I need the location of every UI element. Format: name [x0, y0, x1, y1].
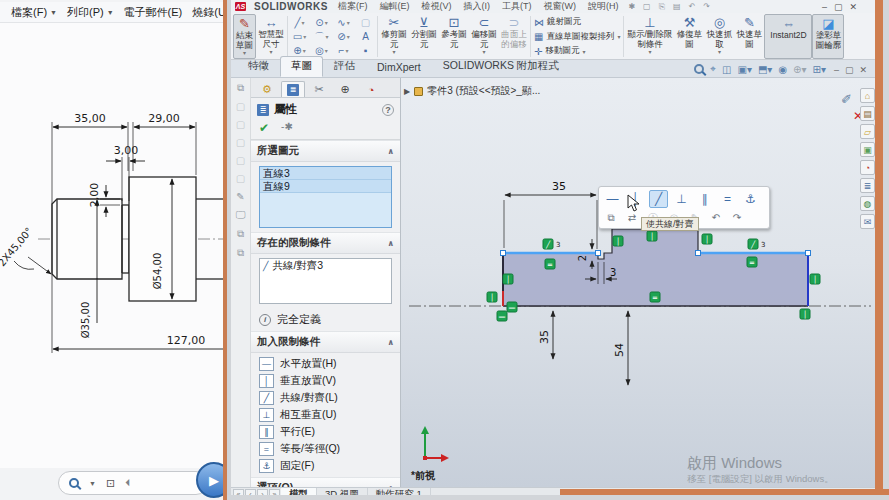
sketch-dim-35-vert[interactable]: 35	[538, 330, 551, 344]
sketch-canvas[interactable]: 35 2 3 35 54	[401, 78, 875, 487]
ctx-select-other-icon[interactable]: ⧉	[603, 210, 619, 225]
graphics-viewport[interactable]: ▶ 零件3 (預設<<預設>_顯... ✐ ✕ ⌂ ▤ ▱ ▣ ◔ ≣	[401, 78, 875, 487]
shaded-sketch-contours-button[interactable]: ◪ 塗彩草圖輪廓	[812, 14, 844, 59]
resources-globe-icon[interactable]: ◍	[860, 196, 875, 211]
ellipse-tool[interactable]: ⊘▾	[333, 30, 354, 43]
view-palette-icon[interactable]: ▣	[860, 142, 875, 157]
relation-perpendicular-button[interactable]: ⊥ 相互垂直(U)	[251, 406, 400, 423]
list-item[interactable]: 直線3	[260, 167, 391, 180]
linear-sketch-pattern-button[interactable]: ▦ 直線草圖複製排列▾	[534, 31, 620, 43]
ctx-parallel-icon[interactable]: ∥	[695, 190, 714, 208]
pm-tab-properties-icon[interactable]: ≣	[281, 81, 305, 97]
surface-tool[interactable]: ▢	[355, 16, 376, 29]
mirror-entities-button[interactable]: ⋈ 鏡射圖元	[534, 16, 620, 28]
text-tool[interactable]: A	[355, 30, 376, 43]
section-selected-entities[interactable]: 所選圖元∧	[251, 140, 400, 162]
pm-tab-dimxpert-icon[interactable]: ⊕	[333, 81, 357, 97]
appearance-icon[interactable]: ⊕▾	[793, 64, 806, 75]
app-minimize-button[interactable]: –	[822, 2, 827, 12]
print-icon[interactable]: ▤	[673, 2, 681, 11]
menu-sw-help[interactable]: 說明(H)	[586, 0, 621, 13]
line-tool[interactable]: ╱▾	[289, 16, 310, 29]
relation-parallel-button[interactable]: ∥ 平行(E)	[251, 423, 400, 440]
undo-icon[interactable]: ↶	[689, 2, 696, 11]
section-add-relations[interactable]: 加入限制條件∧	[251, 331, 400, 353]
rapid-sketch-button[interactable]: ✎ 快速草圖	[734, 14, 764, 59]
offset-entities-button[interactable]: ⊂ 偏移圖元▾	[469, 14, 499, 59]
list-item[interactable]: 直線9	[260, 180, 391, 193]
pm-tab-appearance-icon[interactable]: ◔	[359, 81, 383, 97]
sketch-dim-35-top[interactable]: 35	[552, 180, 566, 193]
tab-features[interactable]: 特徵	[237, 56, 280, 77]
menu-print[interactable]: 列印(P)▼	[64, 3, 117, 22]
doc-close-button[interactable]: ✕	[859, 65, 867, 75]
sketch-dim-2[interactable]: 2	[577, 255, 588, 261]
relation-equal-button[interactable]: = 等長/等徑(Q)	[251, 440, 400, 457]
split-entities-button[interactable]: ⊻ 分割圖元	[409, 14, 439, 59]
quick-snaps-button[interactable]: ◎ 快速抓取▾	[704, 14, 734, 59]
copy-icon[interactable]: ⧉	[237, 247, 244, 259]
pm-tab-configuration-icon[interactable]: ✂	[307, 81, 331, 97]
zoom-area-icon[interactable]: ⌖	[710, 63, 716, 75]
tab-addins[interactable]: SOLIDWORKS 附加程式	[432, 56, 570, 77]
copy-icon[interactable]: ⧉	[237, 228, 244, 240]
zoom-fit-icon[interactable]	[694, 64, 704, 74]
redo-icon[interactable]: ↷	[703, 2, 710, 11]
sketch-pencil-icon[interactable]: ✎	[236, 191, 244, 202]
previous-image-icon[interactable]: ⏴	[125, 477, 130, 489]
menu-burn[interactable]: 燒錄(U)▼	[189, 3, 227, 22]
list-item[interactable]: ╱ 共線/對齊3	[260, 259, 391, 273]
tab-sketch[interactable]: 草圖	[280, 56, 323, 77]
section-options[interactable]: 選項(O)∧	[251, 477, 400, 487]
display-pane-icon[interactable]: 🖵	[236, 209, 246, 221]
ctx-perpendicular-icon[interactable]: ⊥	[672, 190, 691, 208]
zoom-dropdown-chevron-icon[interactable]: ▼	[89, 480, 96, 487]
ctx-swap-icon[interactable]: ⇄	[624, 210, 640, 225]
spline-tool[interactable]: ∿▾	[333, 16, 354, 29]
offset-on-surface-button[interactable]: ⊃ 曲面上的偏移	[499, 14, 529, 59]
scene-settings-icon[interactable]: ⊞▾	[813, 64, 826, 75]
slideshow-play-button[interactable]: ▶	[196, 462, 227, 498]
exit-sketch-corner-icon[interactable]: ✐	[841, 92, 852, 107]
repair-sketch-button[interactable]: ⚒ 修復草圖	[674, 14, 704, 59]
new-document-icon[interactable]: ▢	[643, 2, 651, 11]
trim-entities-button[interactable]: ✂ 修剪圖元▾	[379, 14, 409, 59]
exit-sketch-button[interactable]: ✎ 結束草圖▾	[233, 14, 256, 59]
ctx-collinear-icon[interactable]: ╱	[649, 190, 668, 208]
relation-vertical-button[interactable]: │ 垂直放置(V)	[251, 372, 400, 389]
tab-dimxpert[interactable]: DimXpert	[366, 58, 432, 77]
ctx-undo-icon[interactable]: ↶	[708, 210, 724, 225]
forum-mail-icon[interactable]: ✉	[860, 214, 875, 229]
app-restore-button[interactable]: ▢	[834, 2, 843, 12]
app-close-button[interactable]: ✕	[849, 2, 857, 12]
sketch-dim-54-vert[interactable]: 54	[613, 343, 626, 357]
doc-restore-button[interactable]: ▢	[845, 65, 854, 75]
menu-sw-edit[interactable]: 編輯(E)	[377, 0, 411, 13]
home-icon[interactable]: ⌂	[860, 88, 875, 103]
zoom-magnifier-icon[interactable]	[69, 478, 79, 488]
doc-minimize-button[interactable]: –	[834, 65, 839, 75]
appearances-icon[interactable]: ◔	[860, 160, 875, 175]
ctx-exit-icon[interactable]: ↷	[729, 210, 745, 225]
ctx-equal-icon[interactable]: =	[718, 190, 737, 208]
custom-properties-icon[interactable]: ≣	[860, 178, 875, 193]
relation-fix-button[interactable]: ⚓ 固定(F)	[251, 457, 400, 474]
section-view-icon[interactable]: ◫	[722, 64, 731, 75]
selected-entities-list[interactable]: 直線3 直線9	[259, 166, 392, 228]
smart-dimension-button[interactable]: ↔ 智慧型尺寸▾	[256, 14, 286, 59]
file-explorer-icon[interactable]: ▱	[860, 124, 875, 139]
menu-email[interactable]: 電子郵件(E)	[121, 3, 186, 22]
flyout-tree-icon[interactable]: ⧉	[237, 82, 244, 94]
save-icon[interactable]: ⎘	[659, 2, 665, 12]
menu-pin-icon[interactable]: ✱	[628, 2, 635, 11]
menu-sw-tools[interactable]: 工具(T)	[500, 0, 534, 13]
display-style-icon[interactable]: ⬒▾	[758, 64, 772, 75]
help-icon[interactable]: ?	[382, 104, 394, 116]
menu-file[interactable]: 檔案(F)▼	[8, 3, 60, 22]
menu-sw-window[interactable]: 視窗(W)	[541, 0, 578, 13]
sketch-dim-3[interactable]: 3	[610, 267, 616, 278]
convert-entities-button[interactable]: ⊡ 參考圖元	[439, 14, 469, 59]
menu-sw-insert[interactable]: 插入(I)	[461, 0, 492, 13]
display-delete-relations-button[interactable]: ⊥ 顯示/刪除限制條件▾	[625, 14, 674, 59]
ctx-fix-anchor-icon[interactable]: ⚓	[741, 190, 760, 208]
